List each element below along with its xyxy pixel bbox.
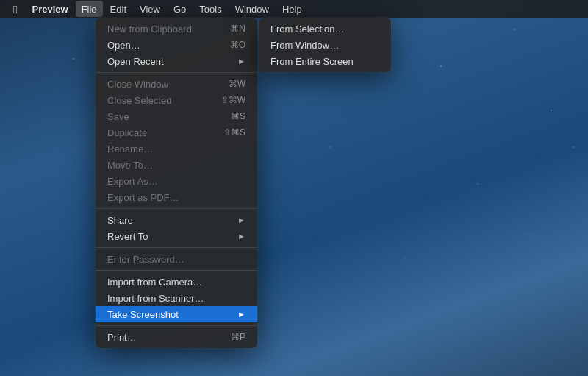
menu-item-label: Close Window <box>107 79 168 90</box>
menu-item-label: From Window… <box>270 40 339 51</box>
menu-item-label: Share <box>107 215 133 226</box>
menu-item-shortcut: ⇧⌘W <box>221 95 245 105</box>
menu-item-label: Save <box>107 111 129 122</box>
menu-item-import-camera[interactable]: Import from Camera… <box>96 274 257 290</box>
menu-item-label: Print… <box>107 332 137 343</box>
menu-item-open[interactable]: Open… ⌘O <box>96 37 257 53</box>
file-menu[interactable]: File <box>76 1 103 17</box>
menu-item-from-entire-screen[interactable]: From Entire Screen <box>259 53 391 69</box>
menu-item-label: Export As… <box>107 176 158 187</box>
submenu-arrow-icon: ► <box>237 216 245 224</box>
help-menu[interactable]: Help <box>276 1 308 17</box>
submenu-arrow-icon: ► <box>237 310 245 319</box>
separator-3 <box>96 247 257 248</box>
apple-menu[interactable]:  <box>6 1 24 17</box>
menu-item-print[interactable]: Print… ⌘P <box>96 329 257 345</box>
submenu-arrow-icon: ► <box>237 57 245 65</box>
separator-5 <box>96 325 257 326</box>
menu-item-label: Rename… <box>107 143 153 155</box>
menu-item-move-to[interactable]: Move To… <box>96 157 257 173</box>
submenu-arrow-icon: ► <box>237 232 245 241</box>
menu-item-label: Import from Scanner… <box>107 293 204 304</box>
menu-item-close-selected[interactable]: Close Selected ⇧⌘W <box>96 92 257 108</box>
menu-item-shortcut: ⌘S <box>231 111 245 121</box>
menu-item-close-window[interactable]: Close Window ⌘W <box>96 76 257 92</box>
screenshot-submenu: From Selection… From Window… From Entire… <box>259 18 391 72</box>
separator-2 <box>96 208 257 209</box>
menu-item-label: From Selection… <box>270 24 344 35</box>
menu-item-label: Open Recent <box>107 56 164 67</box>
menu-item-label: Close Selected <box>107 95 171 106</box>
menu-item-export-pdf[interactable]: Export as PDF… <box>96 189 257 205</box>
menu-item-shortcut: ⇧⌘S <box>223 127 245 138</box>
menu-item-import-scanner[interactable]: Import from Scanner… <box>96 290 257 306</box>
menubar:  Preview File Edit View Go Tools Window… <box>0 0 588 18</box>
menu-item-take-screenshot[interactable]: Take Screenshot ► <box>96 306 257 322</box>
menu-item-shortcut: ⌘P <box>231 332 245 342</box>
separator-1 <box>96 72 257 73</box>
tools-menu[interactable]: Tools <box>193 1 227 17</box>
menu-item-label: Duplicate <box>107 127 147 138</box>
menu-item-open-recent[interactable]: Open Recent ► <box>96 53 257 69</box>
edit-menu[interactable]: Edit <box>104 1 132 17</box>
menu-item-rename[interactable]: Rename… <box>96 141 257 157</box>
file-dropdown: New from Clipboard ⌘N Open… ⌘O Open Rece… <box>96 18 257 348</box>
menu-item-from-selection[interactable]: From Selection… <box>259 21 391 37</box>
view-menu[interactable]: View <box>134 1 166 17</box>
menu-item-export-as[interactable]: Export As… <box>96 173 257 189</box>
menu-item-shortcut: ⌘W <box>229 79 245 89</box>
menu-item-enter-password[interactable]: Enter Password… <box>96 251 257 267</box>
menu-item-label: Revert To <box>107 231 148 242</box>
menu-item-label: New from Clipboard <box>107 24 192 35</box>
menu-item-new-clipboard[interactable]: New from Clipboard ⌘N <box>96 21 257 37</box>
menu-item-label: Take Screenshot <box>107 309 179 320</box>
menu-item-label: Move To… <box>107 160 153 171</box>
menu-item-label: Open… <box>107 40 140 51</box>
menu-item-shortcut: ⌘O <box>230 40 245 50</box>
menu-item-label: Import from Camera… <box>107 277 202 288</box>
go-menu[interactable]: Go <box>168 1 192 17</box>
menu-item-revert-to[interactable]: Revert To ► <box>96 228 257 244</box>
menu-item-label: From Entire Screen <box>270 56 354 67</box>
window-menu[interactable]: Window <box>229 1 275 17</box>
menu-item-label: Export as PDF… <box>107 192 179 203</box>
separator-4 <box>96 270 257 271</box>
menu-item-from-window[interactable]: From Window… <box>259 37 391 53</box>
menu-item-label: Enter Password… <box>107 254 184 265</box>
preview-menu[interactable]: Preview <box>26 1 74 17</box>
menu-item-shortcut: ⌘N <box>230 24 245 34</box>
menu-item-share[interactable]: Share ► <box>96 212 257 228</box>
menu-item-save[interactable]: Save ⌘S <box>96 108 257 124</box>
menu-item-duplicate[interactable]: Duplicate ⇧⌘S <box>96 124 257 141</box>
